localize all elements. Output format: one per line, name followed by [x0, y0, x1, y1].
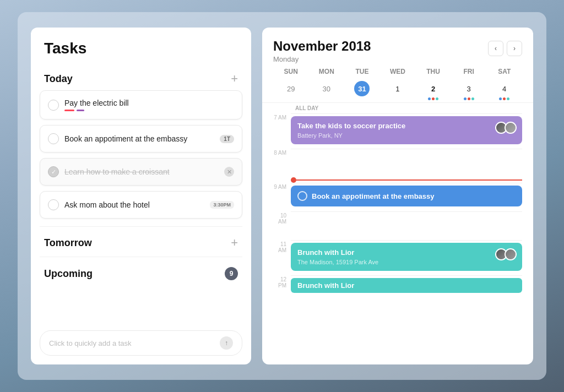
task-1-text: Pay the electric bill — [64, 99, 234, 107]
underline-purple — [77, 110, 84, 111]
brunch-avatar-2 — [505, 248, 517, 260]
event-embassy-title: Book an appotiment at the embassy — [312, 192, 435, 200]
time-label-10am: 10 AM — [262, 211, 291, 225]
task-card-4: Ask mom about the hotel 3:30PM — [40, 191, 242, 219]
time-row-10am: 10 AM — [262, 211, 522, 240]
task-checkbox-3[interactable] — [48, 166, 59, 177]
dot-blue-4 — [499, 97, 502, 100]
divider-2 — [40, 257, 242, 257]
calendar-prev-button[interactable]: ‹ — [488, 41, 503, 56]
tomorrow-header: Tomorrow + — [40, 229, 242, 254]
event-soccer-avatars — [495, 122, 517, 134]
avatar-2 — [505, 122, 517, 134]
time-row-11am: 11 AM Brunch with Lior The Madison, 1591… — [262, 240, 522, 275]
weekday-sat: SAT — [486, 68, 522, 75]
calendar-month: November 2018 — [273, 39, 371, 54]
quick-add-placeholder: Click to quickly add a task — [49, 339, 132, 347]
cal-day-30[interactable]: 30 — [309, 79, 345, 102]
event-soccer[interactable]: Take the kids to soccer practice Battery… — [291, 116, 522, 144]
time-row-8am: 8 AM — [262, 149, 522, 177]
weekday-mon: MON — [309, 68, 345, 75]
upcoming-count-badge: 9 — [225, 267, 238, 280]
event-embassy-checkbox[interactable] — [297, 191, 307, 201]
task-3-delete[interactable]: ✕ — [224, 167, 234, 177]
weekday-wed: WED — [380, 68, 416, 75]
today-header: Today + — [40, 65, 242, 90]
task-4-time-badge: 3:30PM — [210, 201, 234, 209]
dot-red-4 — [503, 97, 506, 100]
time-label-8am: 8 AM — [262, 149, 291, 156]
time-label-11am: 11 AM — [262, 240, 291, 253]
time-label-7am: 7 AM — [262, 113, 291, 121]
calendar-weekdays: SUN MON TUE WED THU FRI SAT — [273, 68, 522, 75]
task-checkbox-1[interactable] — [48, 100, 59, 111]
task-4-text: Ask mom about the hotel — [64, 200, 204, 209]
time-label-12pm: 12 PM — [262, 275, 291, 288]
divider-1 — [40, 226, 242, 227]
time-area-8am — [291, 149, 522, 154]
time-area-7am: Take the kids to soccer practice Battery… — [291, 113, 522, 149]
task-checkbox-4[interactable] — [48, 199, 59, 210]
event-soccer-subtitle: Battery Park, NY — [297, 132, 516, 139]
quick-add-bar[interactable]: Click to quickly add a task ↑ — [40, 330, 242, 356]
quick-add-submit-button[interactable]: ↑ — [220, 336, 233, 350]
event-brunch-1-title: Brunch with Lior — [297, 248, 516, 257]
task-checkbox-2[interactable] — [48, 133, 59, 144]
left-panel: Tasks Today + Pay the electric bill — [31, 28, 251, 364]
calendar-next-button[interactable]: › — [507, 41, 522, 56]
event-brunch-2[interactable]: Brunch with Lior — [291, 278, 522, 293]
tomorrow-label: Tomorrow — [44, 237, 92, 249]
weekday-fri: FRI — [451, 68, 487, 75]
cal-day-31[interactable]: 31 — [344, 79, 380, 102]
dot-blue-3 — [464, 97, 467, 100]
now-line — [262, 177, 522, 183]
time-area-10am — [291, 211, 522, 216]
calendar-header: November 2018 Monday ‹ › — [262, 28, 533, 68]
calendar-grid: SUN MON TUE WED THU FRI SAT 29 30 31 1 2 — [262, 68, 533, 102]
cal-day-4[interactable]: 4 — [486, 79, 522, 102]
tomorrow-section: Tomorrow + — [31, 224, 251, 254]
task-1-underline — [64, 110, 234, 111]
time-area-12pm: Brunch with Lior — [291, 275, 522, 297]
cal-day-2[interactable]: 2 — [415, 79, 451, 102]
calendar-days: 29 30 31 1 2 3 — [273, 79, 522, 102]
dot-teal — [436, 97, 438, 100]
upcoming-section: Upcoming 9 — [31, 254, 251, 286]
page-title: Tasks — [31, 28, 251, 65]
dot-teal-4 — [507, 97, 509, 100]
now-dot — [291, 177, 296, 183]
task-1-content: Pay the electric bill — [64, 99, 234, 111]
app-container: Tasks Today + Pay the electric bill — [18, 12, 546, 380]
weekday-thu: THU — [415, 68, 451, 75]
timeline[interactable]: 7 AM Take the kids to soccer practice Ba… — [262, 113, 533, 364]
time-row-7am: 7 AM Take the kids to soccer practice Ba… — [262, 113, 522, 149]
time-area-9am: Book an appotiment at the embassy — [291, 183, 522, 211]
cal-day-3[interactable]: 3 — [451, 79, 487, 102]
today-add-button[interactable]: + — [231, 73, 238, 85]
underline-red — [64, 110, 74, 111]
tomorrow-add-button[interactable]: + — [231, 237, 238, 249]
event-brunch-2-title: Brunch with Lior — [297, 281, 516, 290]
time-label-9am: 9 AM — [262, 183, 291, 190]
event-embassy[interactable]: Book an appotiment at the embassy — [291, 186, 522, 206]
calendar-title-area: November 2018 Monday — [273, 39, 371, 63]
now-bar — [296, 179, 522, 181]
weekday-sun: SUN — [273, 68, 309, 75]
dot-blue — [428, 97, 431, 100]
all-day-row: ALL DAY — [262, 102, 533, 113]
task-2-badge: 1T — [220, 135, 234, 143]
task-card-3: Learn how to make a croissant ✕ — [40, 158, 242, 186]
day-2-dots — [428, 97, 438, 100]
event-soccer-title: Take the kids to soccer practice — [297, 122, 516, 130]
cal-day-29[interactable]: 29 — [273, 79, 309, 102]
calendar-nav: ‹ › — [488, 41, 522, 56]
today-label: Today — [44, 73, 73, 85]
dot-red — [432, 97, 435, 100]
time-area-11am: Brunch with Lior The Madison, 15919 Park… — [291, 240, 522, 275]
upcoming-header: Upcoming 9 — [40, 259, 242, 286]
task-2-text: Book an appotiment at the embassy — [64, 134, 214, 143]
cal-day-1[interactable]: 1 — [380, 79, 416, 102]
event-brunch-1[interactable]: Brunch with Lior The Madison, 15919 Park… — [291, 243, 522, 271]
today-section: Today + Pay the electric bill Book an ap… — [31, 65, 251, 224]
day-4-dots — [499, 97, 509, 100]
